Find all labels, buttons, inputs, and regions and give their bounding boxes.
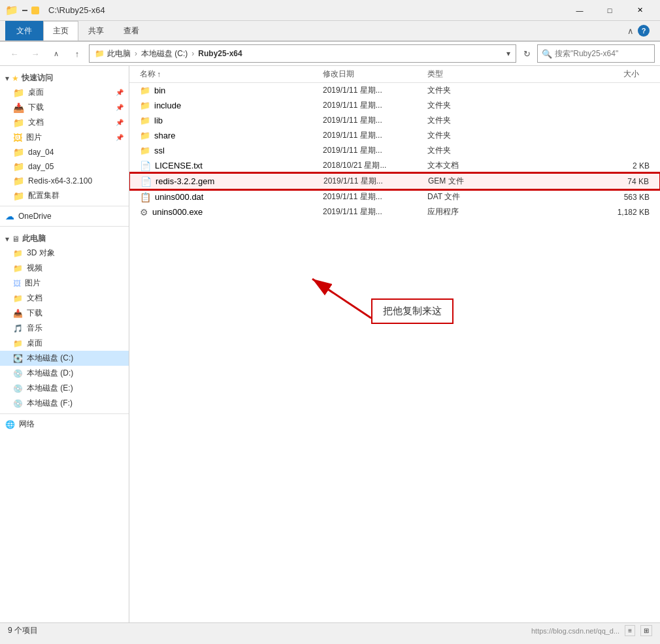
sidebar-item-video[interactable]: 📁 视频 [0,261,129,276]
sidebar-item-label: day_05 [28,162,54,171]
file-row-redis-gem[interactable]: 📄 redis-3.2.2.gem 2019/1/11 星期... GEM 文件… [129,173,660,189]
folder-icon: 📥 [13,103,24,113]
file-date-cell: 2019/1/11 星期... [323,100,427,111]
file-type-cell: 文件夹 [427,100,506,111]
column-headers: 名称 ↑ 修改日期 类型 大小 [129,66,660,83]
crumb-ruby[interactable]: Ruby25-x64 [198,49,242,58]
tab-share[interactable]: 共享 [78,21,114,40]
exe-icon: ⚙ [140,207,148,217]
sidebar-item-cdrive[interactable]: 💽 本地磁盘 (C:) [0,351,129,366]
file-name-cell: 📁 bin [140,86,323,95]
tab-home[interactable]: 主页 [43,21,78,40]
file-type-cell: GEM 文件 [428,176,506,187]
help-button[interactable]: ? [638,25,650,37]
sidebar-item-day05[interactable]: 📁 day_05 [0,159,129,174]
sidebar-item-cluster[interactable]: 📁 配置集群 [0,188,129,203]
sidebar-item-pictures[interactable]: 🖼 图片 📌 [0,130,129,145]
sidebar-item-label: 网络 [19,419,35,430]
folder-icon: 🖼 [13,133,22,143]
file-date-cell: 2019/1/11 星期... [323,206,427,217]
file-row[interactable]: 📁 lib 2019/1/11 星期... 文件夹 [129,113,660,128]
file-row[interactable]: 📁 bin 2019/1/11 星期... 文件夹 [129,83,660,98]
sidebar-item-desk[interactable]: 📁 桌面 [0,336,129,351]
search-input[interactable] [555,49,646,58]
folder-icon: 📁 [13,147,24,157]
folder-icon: 📁 [5,4,18,16]
file-row[interactable]: 📁 ssl 2019/1/11 星期... 文件夹 [129,143,660,158]
up-arrow-btn[interactable]: ∧ [47,44,65,63]
network-icon: 🌐 [5,420,15,429]
file-name-cell: 📁 lib [140,116,323,125]
title-bar-icons: 📁 [5,4,39,16]
file-row[interactable]: 📋 unins000.dat 2019/1/11 星期... DAT 文件 56… [129,189,660,204]
sidebar-item-label: OneDrive [18,212,52,221]
sidebar-item-pics[interactable]: 🖼 图片 [0,276,129,291]
address-bar[interactable]: 📁 此电脑 › 本地磁盘 (C:) › Ruby25-x64 ▾ [89,44,516,63]
file-row[interactable]: 📄 LICENSE.txt 2018/10/21 星期... 文本文档 2 KB [129,158,660,173]
file-size-cell: 2 KB [506,161,650,170]
drive-icon: 💿 [13,384,23,393]
quick-access-header[interactable]: ▾ ★ 快速访问 [0,69,129,85]
file-date-cell: 2019/1/11 星期... [323,145,427,156]
file-name-cell: 📁 ssl [140,146,323,155]
dropdown-icon[interactable]: ▾ [506,49,510,58]
sort-type-btn[interactable]: 类型 [427,69,443,80]
sidebar-item-docs[interactable]: 📁 文档 [0,291,129,306]
sort-date-btn[interactable]: 修改日期 [323,69,354,80]
tab-view[interactable]: 查看 [114,21,149,40]
close-button[interactable]: ✕ [625,0,655,21]
file-date-cell: 2018/10/21 星期... [323,160,427,171]
sidebar-item-fdrive[interactable]: 💿 本地磁盘 (F:) [0,396,129,411]
sidebar-item-download[interactable]: 📥 下载 📌 [0,100,129,115]
sidebar-item-day04[interactable]: 📁 day_04 [0,145,129,159]
sidebar-item-label: 文档 [28,117,44,128]
sidebar-item-music[interactable]: 🎵 音乐 [0,321,129,336]
file-size-cell: 74 KB [506,177,649,186]
sidebar-item-label: 本地磁盘 (D:) [27,368,73,379]
pin-icon: 📌 [116,89,124,96]
sidebar: ▾ ★ 快速访问 📁 桌面 📌 📥 下载 📌 📁 文档 📌 🖼 图 [0,66,129,622]
collapse-ribbon-btn[interactable]: ∧ [627,26,634,36]
crumb-c[interactable]: 本地磁盘 (C:) [141,48,188,59]
sidebar-item-ddrive[interactable]: 💿 本地磁盘 (D:) [0,366,129,381]
forward-button[interactable]: → [26,44,44,63]
search-box: 🔍 [537,44,655,63]
sidebar-item-onedrive[interactable]: ☁ OneDrive [0,209,129,223]
file-name-cell: 📁 share [140,131,323,140]
sidebar-item-3dobject[interactable]: 📁 3D 对象 [0,246,129,261]
sidebar-item-label: 本地磁盘 (F:) [27,398,73,409]
sidebar-item-desktop[interactable]: 📁 桌面 📌 [0,85,129,100]
drive-icon: 💿 [13,399,23,408]
sidebar-item-downloads[interactable]: 📥 下载 [0,306,129,321]
sidebar-item-network[interactable]: 🌐 网络 [0,417,129,432]
back-button[interactable]: ← [5,44,24,63]
pin-icon: 📌 [116,119,124,126]
sidebar-item-redis[interactable]: 📁 Redis-x64-3.2.100 [0,174,129,188]
up-button[interactable]: ↑ [68,44,86,63]
sidebar-item-label: 桌面 [27,338,42,349]
title-bar: 📁 C:\Ruby25-x64 — □ ✕ [0,0,660,21]
view-tiles-icon[interactable]: ⊞ [640,625,652,636]
file-type-cell: DAT 文件 [427,191,506,202]
folder-icon: 📁 [140,146,150,155]
sidebar-item-edrive[interactable]: 💿 本地磁盘 (E:) [0,381,129,396]
minimize-button[interactable]: — [565,0,595,21]
sidebar-item-documents[interactable]: 📁 文档 📌 [0,115,129,130]
tab-file[interactable]: 文件 [5,21,43,40]
file-name-text: redis-3.2.2.gem [156,176,214,186]
refresh-button[interactable]: ↻ [519,46,535,61]
file-row[interactable]: 📁 include 2019/1/11 星期... 文件夹 [129,98,660,113]
file-row[interactable]: 📁 share 2019/1/11 星期... 文件夹 [129,128,660,143]
sort-name-btn[interactable]: 名称 ↑ [140,69,161,80]
crumb-thispc[interactable]: 此电脑 [107,48,131,59]
file-row[interactable]: ⚙ unins000.exe 2019/1/11 星期... 应用程序 1,18… [129,204,660,219]
file-date-cell: 2019/1/11 星期... [323,176,428,187]
file-name-text: share [154,131,176,140]
view-details-icon[interactable]: ≡ [625,625,635,636]
maximize-button[interactable]: □ [595,0,625,21]
status-bar: 9 个项目 https://blog.csdn.net/qq_d... ≡ ⊞ [0,622,660,638]
thispc-header[interactable]: ▾ 🖥 此电脑 [0,229,129,246]
file-name-cell: 📋 unins000.dat [140,192,323,202]
sort-size-btn[interactable]: 大小 [623,69,639,80]
sidebar-section-network: 🌐 网络 [0,417,129,432]
